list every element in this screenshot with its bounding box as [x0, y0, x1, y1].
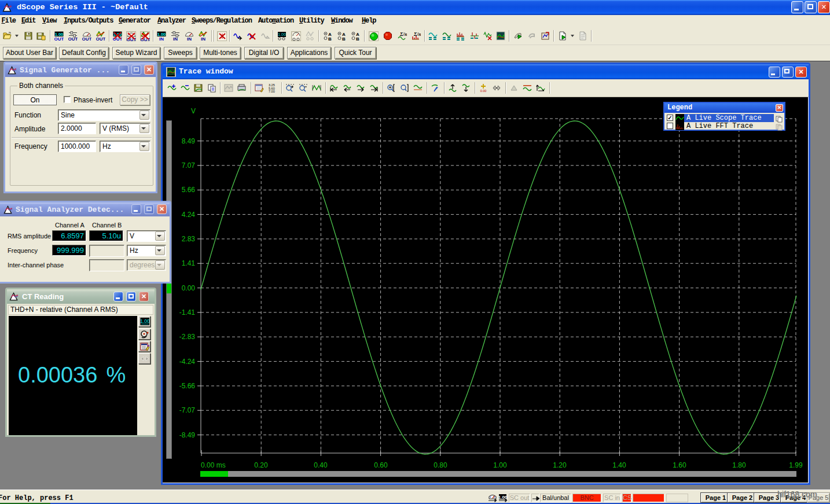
svg-text:1.20: 1.20	[553, 461, 567, 469]
svg-text:0.00 ms: 0.00 ms	[201, 461, 226, 469]
svg-text:Σ/n: Σ/n	[413, 31, 421, 37]
svg-text:-7.07: -7.07	[179, 406, 196, 414]
svg-text:-2.83: -2.83	[179, 333, 196, 341]
svg-text:7.00: 7.00	[269, 90, 275, 93]
svg-text:OUT: OUT	[82, 36, 91, 41]
svg-text:B: B	[328, 36, 332, 41]
svg-text:OUT: OUT	[54, 36, 64, 41]
svg-text:IN: IN	[159, 36, 164, 41]
svg-text:1.00: 1.00	[140, 318, 149, 324]
svg-text:2.83: 2.83	[182, 235, 196, 243]
svg-text:0.40: 0.40	[314, 461, 328, 469]
svg-text:1.99: 1.99	[789, 461, 803, 469]
svg-text:IN: IN	[187, 36, 192, 41]
svg-text:1.00: 1.00	[493, 461, 507, 469]
svg-text:1.40: 1.40	[612, 461, 626, 469]
svg-text:IN: IN	[173, 36, 178, 41]
svg-text:OUT: OUT	[68, 36, 78, 41]
svg-text:-8.49: -8.49	[179, 431, 196, 439]
svg-text:IN: IN	[201, 36, 205, 41]
svg-text:0.20: 0.20	[254, 461, 268, 469]
svg-text:4.24: 4.24	[182, 211, 196, 219]
svg-text:1.60: 1.60	[673, 461, 686, 469]
svg-text:-5.66: -5.66	[179, 382, 196, 390]
svg-text:1.00: 1.00	[278, 32, 286, 36]
svg-text:-1.41: -1.41	[179, 308, 196, 317]
svg-text:B: B	[342, 36, 346, 41]
svg-text:0.00: 0.00	[182, 284, 196, 292]
svg-text:B: B	[356, 36, 359, 41]
svg-text:-4.24: -4.24	[179, 358, 196, 366]
svg-text:Σ/n: Σ/n	[399, 31, 407, 37]
svg-text:1.80: 1.80	[732, 461, 746, 469]
svg-text:5.66: 5.66	[182, 186, 196, 194]
svg-text:7.07: 7.07	[182, 161, 196, 170]
svg-text:1.41: 1.41	[182, 259, 196, 267]
svg-text:OUT: OUT	[96, 36, 105, 41]
svg-text:8.49: 8.49	[182, 137, 196, 145]
svg-text:0.00: 0.00	[480, 89, 487, 93]
svg-text:0.60: 0.60	[374, 461, 388, 469]
svg-text:V: V	[191, 107, 196, 115]
svg-text:0.80: 0.80	[434, 461, 447, 469]
svg-text:1.00: 1.00	[498, 495, 508, 500]
